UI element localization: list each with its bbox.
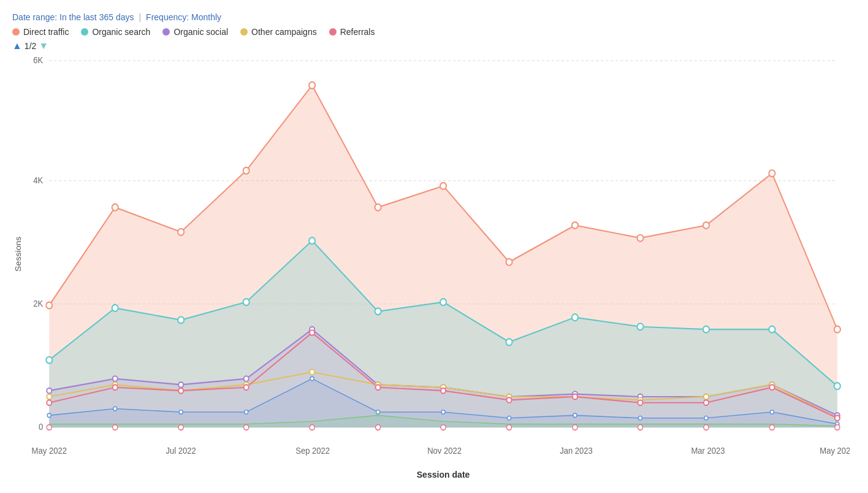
x-label-mar23: Mar 2023 (691, 446, 725, 456)
svg-point-58 (376, 384, 381, 390)
svg-point-5 (309, 82, 315, 89)
x-label-may23: May 2023 (820, 446, 850, 456)
svg-point-79 (47, 425, 51, 430)
svg-point-25 (769, 326, 775, 333)
svg-point-74 (573, 413, 577, 418)
svg-point-20 (440, 299, 446, 305)
svg-point-16 (178, 316, 184, 323)
svg-point-44 (310, 369, 314, 375)
svg-point-28 (113, 376, 118, 381)
svg-point-17 (243, 299, 249, 305)
main-svg: 6K 4K 2K 0 Sessions May 2022 Jul 2022 Se… (12, 54, 850, 481)
svg-point-40 (47, 394, 51, 400)
legend-label-other-campaigns: Other campaigns (251, 27, 317, 37)
svg-point-54 (113, 384, 118, 390)
svg-point-83 (310, 425, 314, 430)
svg-point-60 (507, 397, 512, 403)
svg-point-70 (310, 376, 314, 381)
svg-point-81 (178, 425, 183, 430)
svg-point-69 (245, 410, 248, 415)
y-label-0: 0 (39, 422, 44, 432)
svg-point-84 (376, 425, 381, 430)
svg-point-22 (572, 314, 578, 321)
legend-row: Direct traffic Organic search Organic so… (12, 27, 850, 37)
svg-point-55 (178, 388, 183, 394)
svg-point-30 (244, 376, 249, 381)
legend-item-other-campaigns: Other campaigns (240, 27, 317, 37)
svg-point-72 (441, 410, 445, 415)
svg-point-11 (703, 222, 709, 229)
svg-point-77 (770, 410, 774, 415)
frequency-label: Frequency: Monthly (146, 12, 221, 22)
legend-item-direct: Direct traffic (12, 27, 69, 37)
pagination-row: ▲ 1/2 ▼ (12, 40, 850, 52)
svg-point-23 (637, 323, 643, 330)
svg-point-26 (834, 383, 840, 389)
y-axis-title: Sessions (14, 236, 23, 272)
svg-point-87 (573, 425, 577, 430)
chart-container: Date range: In the last 365 days | Frequ… (0, 0, 868, 493)
svg-point-19 (375, 308, 381, 315)
svg-point-61 (573, 394, 577, 400)
y-label-4k: 4K (33, 176, 43, 186)
x-label-may22: May 2022 (32, 446, 67, 456)
svg-point-27 (47, 388, 51, 394)
svg-point-86 (507, 425, 512, 430)
svg-point-57 (310, 330, 314, 335)
separator: | (139, 12, 141, 22)
legend-label-organic-search: Organic search (92, 27, 150, 37)
y-label-2k: 2K (33, 299, 43, 309)
svg-point-68 (179, 410, 183, 415)
svg-point-53 (47, 400, 51, 405)
next-page-button[interactable]: ▼ (39, 40, 48, 52)
svg-point-13 (834, 326, 840, 333)
prev-page-button[interactable]: ▲ (12, 40, 22, 52)
svg-point-89 (704, 425, 709, 430)
svg-point-7 (440, 183, 446, 189)
legend-dot-organic-search (81, 28, 88, 36)
svg-point-63 (704, 400, 709, 405)
x-axis-title: Session date (417, 469, 470, 480)
svg-point-14 (46, 357, 52, 364)
svg-point-15 (112, 305, 118, 311)
svg-point-67 (113, 407, 117, 411)
chart-area: 6K 4K 2K 0 Sessions May 2022 Jul 2022 Se… (12, 54, 850, 481)
legend-label-organic-social: Organic social (173, 27, 228, 37)
legend-dot-organic-social (162, 28, 170, 36)
svg-point-85 (441, 425, 446, 430)
svg-point-66 (47, 413, 51, 418)
legend-label-direct: Direct traffic (23, 27, 69, 37)
y-label-6k: 6K (33, 56, 43, 66)
x-label-sep22: Sep 2022 (295, 446, 330, 456)
svg-point-18 (309, 237, 315, 244)
svg-point-91 (835, 425, 840, 430)
svg-point-90 (769, 425, 774, 430)
svg-point-4 (243, 167, 249, 174)
svg-point-71 (376, 410, 380, 415)
svg-point-75 (638, 416, 642, 421)
legend-item-organic-social: Organic social (162, 27, 228, 37)
legend-item-referrals: Referrals (329, 27, 375, 37)
svg-point-62 (638, 400, 642, 405)
svg-point-76 (704, 416, 708, 421)
x-label-jan23: Jan 2023 (560, 446, 593, 456)
header-row: Date range: In the last 365 days | Frequ… (12, 12, 850, 22)
svg-point-8 (506, 259, 512, 266)
svg-point-12 (769, 170, 775, 177)
svg-point-50 (704, 394, 709, 400)
legend-dot-direct (12, 28, 20, 36)
svg-point-2 (112, 204, 118, 211)
svg-point-21 (506, 338, 512, 345)
svg-point-6 (375, 204, 381, 211)
svg-point-88 (638, 425, 642, 430)
date-range-label: Date range: In the last 365 days (12, 12, 134, 22)
svg-point-24 (703, 326, 709, 333)
page-indicator: 1/2 (25, 41, 36, 51)
svg-point-82 (244, 425, 249, 430)
svg-point-3 (178, 229, 184, 235)
svg-point-1 (46, 302, 52, 309)
svg-point-80 (113, 425, 118, 430)
svg-point-29 (178, 382, 183, 388)
svg-point-65 (835, 415, 840, 421)
svg-point-10 (637, 235, 643, 242)
